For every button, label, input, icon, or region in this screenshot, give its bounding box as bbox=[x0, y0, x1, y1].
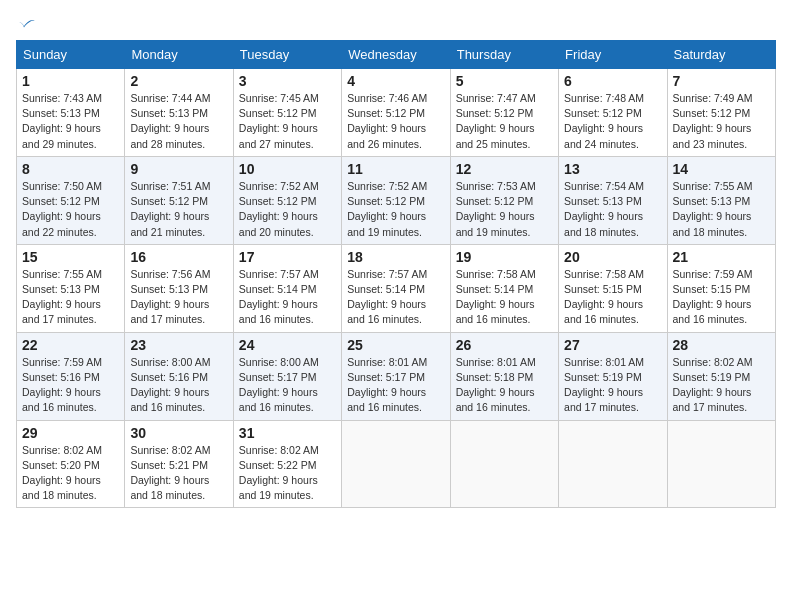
calendar-day-cell: 27Sunrise: 8:01 AM Sunset: 5:19 PM Dayli… bbox=[559, 332, 667, 420]
day-info: Sunrise: 7:52 AM Sunset: 5:12 PM Dayligh… bbox=[347, 179, 444, 240]
day-info: Sunrise: 7:59 AM Sunset: 5:15 PM Dayligh… bbox=[673, 267, 770, 328]
day-info: Sunrise: 7:48 AM Sunset: 5:12 PM Dayligh… bbox=[564, 91, 661, 152]
day-number: 28 bbox=[673, 337, 770, 353]
day-number: 14 bbox=[673, 161, 770, 177]
day-number: 1 bbox=[22, 73, 119, 89]
day-info: Sunrise: 8:01 AM Sunset: 5:18 PM Dayligh… bbox=[456, 355, 553, 416]
day-info: Sunrise: 8:02 AM Sunset: 5:20 PM Dayligh… bbox=[22, 443, 119, 504]
day-info: Sunrise: 7:51 AM Sunset: 5:12 PM Dayligh… bbox=[130, 179, 227, 240]
calendar-week-row: 29Sunrise: 8:02 AM Sunset: 5:20 PM Dayli… bbox=[17, 420, 776, 508]
day-info: Sunrise: 7:55 AM Sunset: 5:13 PM Dayligh… bbox=[673, 179, 770, 240]
day-number: 31 bbox=[239, 425, 336, 441]
day-info: Sunrise: 8:00 AM Sunset: 5:16 PM Dayligh… bbox=[130, 355, 227, 416]
calendar-day-cell: 16Sunrise: 7:56 AM Sunset: 5:13 PM Dayli… bbox=[125, 244, 233, 332]
day-number: 19 bbox=[456, 249, 553, 265]
day-number: 7 bbox=[673, 73, 770, 89]
day-info: Sunrise: 7:52 AM Sunset: 5:12 PM Dayligh… bbox=[239, 179, 336, 240]
logo bbox=[16, 16, 36, 30]
calendar-day-cell: 7Sunrise: 7:49 AM Sunset: 5:12 PM Daylig… bbox=[667, 69, 775, 157]
calendar-day-cell: 15Sunrise: 7:55 AM Sunset: 5:13 PM Dayli… bbox=[17, 244, 125, 332]
weekday-header-monday: Monday bbox=[125, 41, 233, 69]
calendar-day-cell: 28Sunrise: 8:02 AM Sunset: 5:19 PM Dayli… bbox=[667, 332, 775, 420]
calendar-day-cell: 24Sunrise: 8:00 AM Sunset: 5:17 PM Dayli… bbox=[233, 332, 341, 420]
day-number: 15 bbox=[22, 249, 119, 265]
day-number: 13 bbox=[564, 161, 661, 177]
day-number: 17 bbox=[239, 249, 336, 265]
calendar-day-cell: 1Sunrise: 7:43 AM Sunset: 5:13 PM Daylig… bbox=[17, 69, 125, 157]
day-info: Sunrise: 8:00 AM Sunset: 5:17 PM Dayligh… bbox=[239, 355, 336, 416]
day-number: 5 bbox=[456, 73, 553, 89]
day-info: Sunrise: 7:44 AM Sunset: 5:13 PM Dayligh… bbox=[130, 91, 227, 152]
day-info: Sunrise: 8:01 AM Sunset: 5:17 PM Dayligh… bbox=[347, 355, 444, 416]
day-number: 11 bbox=[347, 161, 444, 177]
day-number: 25 bbox=[347, 337, 444, 353]
calendar-day-cell: 5Sunrise: 7:47 AM Sunset: 5:12 PM Daylig… bbox=[450, 69, 558, 157]
calendar-day-cell: 21Sunrise: 7:59 AM Sunset: 5:15 PM Dayli… bbox=[667, 244, 775, 332]
day-info: Sunrise: 7:58 AM Sunset: 5:14 PM Dayligh… bbox=[456, 267, 553, 328]
day-number: 26 bbox=[456, 337, 553, 353]
calendar-day-cell: 19Sunrise: 7:58 AM Sunset: 5:14 PM Dayli… bbox=[450, 244, 558, 332]
day-number: 8 bbox=[22, 161, 119, 177]
day-info: Sunrise: 8:02 AM Sunset: 5:22 PM Dayligh… bbox=[239, 443, 336, 504]
day-number: 21 bbox=[673, 249, 770, 265]
day-info: Sunrise: 8:01 AM Sunset: 5:19 PM Dayligh… bbox=[564, 355, 661, 416]
calendar-day-cell: 22Sunrise: 7:59 AM Sunset: 5:16 PM Dayli… bbox=[17, 332, 125, 420]
day-info: Sunrise: 7:58 AM Sunset: 5:15 PM Dayligh… bbox=[564, 267, 661, 328]
day-info: Sunrise: 7:43 AM Sunset: 5:13 PM Dayligh… bbox=[22, 91, 119, 152]
day-info: Sunrise: 7:53 AM Sunset: 5:12 PM Dayligh… bbox=[456, 179, 553, 240]
calendar-week-row: 1Sunrise: 7:43 AM Sunset: 5:13 PM Daylig… bbox=[17, 69, 776, 157]
weekday-header-thursday: Thursday bbox=[450, 41, 558, 69]
calendar-table: SundayMondayTuesdayWednesdayThursdayFrid… bbox=[16, 40, 776, 508]
weekday-header-wednesday: Wednesday bbox=[342, 41, 450, 69]
day-number: 30 bbox=[130, 425, 227, 441]
weekday-header-sunday: Sunday bbox=[17, 41, 125, 69]
calendar-day-cell: 29Sunrise: 8:02 AM Sunset: 5:20 PM Dayli… bbox=[17, 420, 125, 508]
day-info: Sunrise: 8:02 AM Sunset: 5:19 PM Dayligh… bbox=[673, 355, 770, 416]
day-number: 24 bbox=[239, 337, 336, 353]
calendar-day-cell: 12Sunrise: 7:53 AM Sunset: 5:12 PM Dayli… bbox=[450, 156, 558, 244]
day-info: Sunrise: 7:56 AM Sunset: 5:13 PM Dayligh… bbox=[130, 267, 227, 328]
calendar-header-row: SundayMondayTuesdayWednesdayThursdayFrid… bbox=[17, 41, 776, 69]
weekday-header-saturday: Saturday bbox=[667, 41, 775, 69]
calendar-day-cell: 20Sunrise: 7:58 AM Sunset: 5:15 PM Dayli… bbox=[559, 244, 667, 332]
day-number: 4 bbox=[347, 73, 444, 89]
day-number: 18 bbox=[347, 249, 444, 265]
calendar-day-cell: 23Sunrise: 8:00 AM Sunset: 5:16 PM Dayli… bbox=[125, 332, 233, 420]
day-number: 20 bbox=[564, 249, 661, 265]
day-number: 27 bbox=[564, 337, 661, 353]
day-number: 12 bbox=[456, 161, 553, 177]
logo-bird-icon bbox=[18, 16, 36, 34]
calendar-day-cell: 17Sunrise: 7:57 AM Sunset: 5:14 PM Dayli… bbox=[233, 244, 341, 332]
calendar-day-cell: 18Sunrise: 7:57 AM Sunset: 5:14 PM Dayli… bbox=[342, 244, 450, 332]
day-info: Sunrise: 8:02 AM Sunset: 5:21 PM Dayligh… bbox=[130, 443, 227, 504]
day-number: 29 bbox=[22, 425, 119, 441]
day-number: 6 bbox=[564, 73, 661, 89]
weekday-header-friday: Friday bbox=[559, 41, 667, 69]
empty-cell bbox=[450, 420, 558, 508]
calendar-day-cell: 31Sunrise: 8:02 AM Sunset: 5:22 PM Dayli… bbox=[233, 420, 341, 508]
day-info: Sunrise: 7:54 AM Sunset: 5:13 PM Dayligh… bbox=[564, 179, 661, 240]
day-info: Sunrise: 7:50 AM Sunset: 5:12 PM Dayligh… bbox=[22, 179, 119, 240]
page-header bbox=[16, 16, 776, 30]
empty-cell bbox=[342, 420, 450, 508]
calendar-day-cell: 11Sunrise: 7:52 AM Sunset: 5:12 PM Dayli… bbox=[342, 156, 450, 244]
day-info: Sunrise: 7:57 AM Sunset: 5:14 PM Dayligh… bbox=[347, 267, 444, 328]
day-number: 23 bbox=[130, 337, 227, 353]
calendar-day-cell: 2Sunrise: 7:44 AM Sunset: 5:13 PM Daylig… bbox=[125, 69, 233, 157]
empty-cell bbox=[667, 420, 775, 508]
day-info: Sunrise: 7:55 AM Sunset: 5:13 PM Dayligh… bbox=[22, 267, 119, 328]
calendar-day-cell: 14Sunrise: 7:55 AM Sunset: 5:13 PM Dayli… bbox=[667, 156, 775, 244]
day-info: Sunrise: 7:49 AM Sunset: 5:12 PM Dayligh… bbox=[673, 91, 770, 152]
calendar-day-cell: 25Sunrise: 8:01 AM Sunset: 5:17 PM Dayli… bbox=[342, 332, 450, 420]
calendar-day-cell: 30Sunrise: 8:02 AM Sunset: 5:21 PM Dayli… bbox=[125, 420, 233, 508]
day-number: 16 bbox=[130, 249, 227, 265]
calendar-day-cell: 3Sunrise: 7:45 AM Sunset: 5:12 PM Daylig… bbox=[233, 69, 341, 157]
day-number: 10 bbox=[239, 161, 336, 177]
calendar-week-row: 22Sunrise: 7:59 AM Sunset: 5:16 PM Dayli… bbox=[17, 332, 776, 420]
empty-cell bbox=[559, 420, 667, 508]
calendar-day-cell: 10Sunrise: 7:52 AM Sunset: 5:12 PM Dayli… bbox=[233, 156, 341, 244]
calendar-week-row: 8Sunrise: 7:50 AM Sunset: 5:12 PM Daylig… bbox=[17, 156, 776, 244]
day-number: 2 bbox=[130, 73, 227, 89]
calendar-day-cell: 9Sunrise: 7:51 AM Sunset: 5:12 PM Daylig… bbox=[125, 156, 233, 244]
day-number: 9 bbox=[130, 161, 227, 177]
